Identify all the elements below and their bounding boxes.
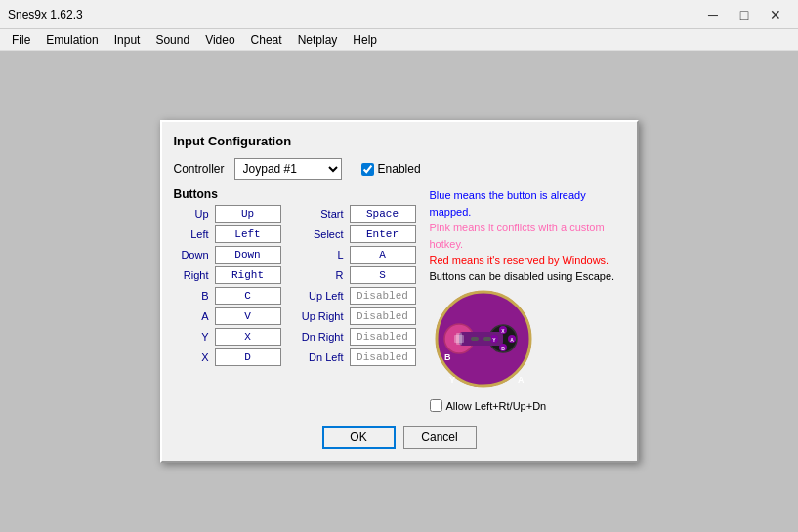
info-blue: Blue means the button is already mapped. [430, 187, 625, 220]
btn-label-upleft: Up Left [297, 290, 348, 302]
close-button[interactable]: ✕ [761, 4, 790, 25]
btn-input-left[interactable] [215, 225, 281, 243]
btn-input-dnleft[interactable] [350, 348, 416, 366]
btn-input-dnright[interactable] [350, 328, 416, 346]
window-controls: ─ □ ✕ [698, 4, 790, 25]
btn-input-down[interactable] [215, 246, 281, 264]
btn-input-start[interactable] [350, 205, 416, 223]
menu-input[interactable]: Input [106, 29, 148, 50]
enabled-label: Enabled [378, 162, 421, 176]
menu-bar: File Emulation Input Sound Video Cheat N… [0, 29, 798, 51]
btn-label-dnleft: Dn Left [297, 351, 348, 363]
svg-text:B: B [444, 352, 451, 362]
controller-row: Controller Joypad #1 Joypad #2 Joypad #3… [174, 158, 625, 180]
snes-controller-image: Y B X A Y A B [430, 290, 537, 388]
btn-label-b: B [174, 290, 213, 302]
svg-text:B: B [501, 346, 505, 351]
maximize-button[interactable]: □ [730, 4, 759, 25]
allow-diagonals-row: Allow Left+Rt/Up+Dn [430, 398, 625, 415]
btn-label-x: X [174, 351, 213, 363]
dialog-body: Buttons Up Left Down Right B A [174, 187, 625, 414]
menu-netplay[interactable]: Netplay [290, 29, 346, 50]
main-content: Input Configuration Controller Joypad #1… [0, 51, 798, 532]
menu-video[interactable]: Video [197, 29, 242, 50]
enabled-checkbox[interactable] [361, 163, 374, 176]
svg-rect-7 [456, 333, 462, 345]
menu-cheat[interactable]: Cheat [243, 29, 290, 50]
svg-text:A: A [510, 337, 514, 343]
svg-text:Y: Y [449, 375, 455, 385]
dialog-footer: OK Cancel [174, 426, 625, 449]
btn-input-r[interactable] [350, 266, 416, 284]
window-title: Snes9x 1.62.3 [8, 8, 698, 21]
btn-label-right: Right [174, 269, 213, 281]
btn-input-right[interactable] [215, 266, 281, 284]
btn-label-upright: Up Right [297, 310, 348, 322]
btn-label-l: L [297, 249, 348, 261]
svg-rect-20 [483, 337, 491, 341]
btn-label-a: A [174, 310, 213, 322]
input-configuration-dialog: Input Configuration Controller Joypad #1… [160, 120, 639, 463]
menu-emulation[interactable]: Emulation [38, 29, 105, 50]
btn-input-b[interactable] [215, 287, 281, 305]
info-red: Red means it's reserved by Windows. [430, 252, 625, 268]
ok-button[interactable]: OK [322, 426, 396, 449]
allow-diagonals-checkbox[interactable] [430, 399, 442, 412]
btn-label-dnright: Dn Right [297, 331, 348, 343]
controller-label: Controller [174, 162, 225, 176]
enabled-checkbox-row: Enabled [361, 162, 421, 176]
dialog-title: Input Configuration [174, 134, 625, 148]
btn-label-y: Y [174, 331, 213, 343]
btn-label-left: Left [174, 228, 213, 240]
buttons-panel: Buttons Up Left Down Right B A [174, 187, 420, 414]
minimize-button[interactable]: ─ [698, 4, 728, 25]
cancel-button[interactable]: Cancel [403, 426, 477, 449]
menu-help[interactable]: Help [345, 29, 385, 50]
menu-file[interactable]: File [4, 29, 38, 50]
btn-input-upright[interactable] [350, 307, 416, 325]
btn-label-r: R [297, 269, 348, 281]
btn-label-up: Up [174, 208, 213, 220]
buttons-section-label: Buttons [174, 187, 420, 201]
allow-diagonals-label: Allow Left+Rt/Up+Dn [446, 398, 547, 415]
btn-input-upleft[interactable] [350, 287, 416, 305]
svg-rect-19 [471, 337, 479, 341]
btn-input-select[interactable] [350, 225, 416, 243]
svg-text:A: A [518, 375, 525, 385]
btn-input-a[interactable] [215, 307, 281, 325]
btn-input-l[interactable] [350, 246, 416, 264]
btn-label-down: Down [174, 249, 213, 261]
right-info-panel: Blue means the button is already mapped.… [430, 187, 625, 414]
btn-label-start: Start [297, 208, 348, 220]
btn-input-up[interactable] [215, 205, 281, 223]
btn-input-x[interactable] [215, 348, 281, 366]
btn-label-select: Select [297, 228, 348, 240]
btn-input-y[interactable] [215, 328, 281, 346]
title-bar: Snes9x 1.62.3 ─ □ ✕ [0, 0, 798, 29]
info-black: Buttons can be disabled using Escape. [430, 268, 625, 285]
controller-select[interactable]: Joypad #1 Joypad #2 Joypad #3 Joypad #4 [234, 158, 342, 180]
info-pink: Pink means it conflicts with a custom ho… [430, 220, 625, 252]
menu-sound[interactable]: Sound [147, 29, 197, 50]
